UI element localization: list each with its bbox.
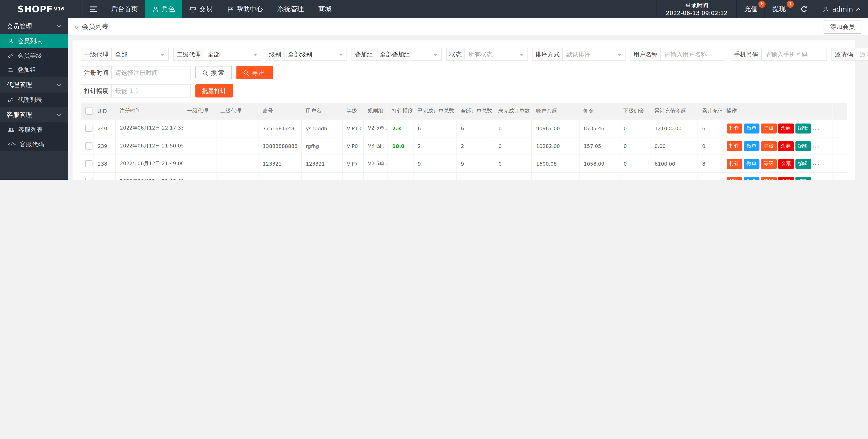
sidebar-group-member-management[interactable]: 会员管理 [0, 19, 68, 34]
nav-item-role[interactable]: 角色 [145, 0, 182, 19]
filter-invite-code: 邀请码 [832, 48, 868, 61]
caret-down-icon [339, 54, 343, 58]
more-actions-button[interactable]: ... [812, 143, 819, 148]
sidebar-item-service-code[interactable]: </> 客服代码 [0, 137, 68, 151]
withdraw-link[interactable]: 提现 1 [765, 0, 793, 19]
recharge-link[interactable]: 充值 6 [737, 0, 765, 19]
sidebar-item-member-list[interactable]: 会员列表 [0, 34, 68, 48]
register-time-input[interactable] [112, 66, 190, 79]
select-all-checkbox[interactable] [85, 108, 92, 115]
cell-recharge-count: 0 [698, 173, 722, 180]
cell-checkbox [81, 120, 93, 137]
cell-balance: 1600.08 [531, 155, 579, 173]
stack-group-select[interactable]: 全部叠加组 [376, 48, 441, 60]
sort-select[interactable]: 默认排序 [563, 48, 625, 60]
inject-range-input[interactable] [112, 85, 190, 97]
member-table: UID注册时间一级代理二级代理账号用户名等级规则组打针幅度已完成订单总数全部订单… [81, 103, 847, 180]
balance-button[interactable]: 余额 [778, 159, 794, 169]
sidebar-item-service-list[interactable]: 客服列表 [0, 122, 68, 137]
nav-item-dashboard[interactable]: 后台首页 [104, 0, 145, 19]
cell-sub-commission: 0 [619, 173, 650, 180]
balance-button[interactable]: 余额 [778, 123, 794, 133]
username-input[interactable] [661, 48, 726, 60]
invite-code-input[interactable] [857, 48, 868, 60]
person-icon [152, 6, 159, 12]
level-button[interactable]: 等级 [761, 159, 776, 169]
status-select[interactable]: 所有状态 [465, 48, 527, 60]
inject-button[interactable]: 打针 [726, 159, 742, 169]
column-header-12: 未完成订单数 [494, 103, 531, 120]
more-actions-button[interactable]: ... [812, 125, 819, 131]
nav-item-help[interactable]: 帮助中心 [220, 0, 270, 19]
cell-recharge-amount: 121000.00 [650, 120, 698, 137]
screen: SHOPF V16 后台首页 角色 交易 [0, 0, 868, 180]
inject-button[interactable]: 打针 [726, 141, 742, 151]
level-button[interactable]: 等级 [761, 176, 776, 180]
cell-recharge-count: 0 [698, 137, 722, 155]
cell-rule-group: V2-5单... [363, 120, 388, 137]
local-time-label: 当地时间 [685, 2, 708, 9]
level-select[interactable]: 全部级别 [284, 48, 346, 60]
make-order-button[interactable]: 做单 [744, 123, 759, 133]
sidebar-group-agent-management[interactable]: 代理管理 [0, 77, 68, 92]
nav-item-mall[interactable]: 商城 [311, 0, 339, 19]
cell-recharge-amount: 6100.00 [650, 155, 698, 173]
more-actions-button[interactable]: ... [812, 160, 819, 166]
column-header-16: 累计充值金额 [650, 103, 698, 120]
nav-item-trade[interactable]: 交易 [182, 0, 220, 19]
edit-button[interactable]: 编辑 [795, 123, 811, 133]
agent2-select[interactable]: 全部 [204, 48, 261, 60]
level-button[interactable]: 等级 [761, 123, 776, 133]
edit-button[interactable]: 编辑 [795, 159, 811, 169]
inject-button[interactable]: 打针 [726, 176, 742, 180]
menu-toggle-button[interactable] [83, 0, 104, 19]
make-order-button[interactable]: 做单 [744, 141, 759, 151]
balance-button[interactable]: 余额 [778, 176, 794, 180]
balance-button[interactable]: 余额 [778, 141, 794, 151]
sidebar-item-stack-group[interactable]: 叠加组 [0, 63, 68, 77]
row-checkbox[interactable] [85, 124, 92, 132]
row-checkbox[interactable] [85, 143, 92, 150]
row-checkbox[interactable] [85, 160, 92, 168]
cell-uid: 237 [93, 173, 115, 180]
cell-checkbox [81, 137, 93, 155]
refresh-button[interactable] [793, 0, 815, 19]
nav-item-system[interactable]: 系统管理 [270, 0, 311, 19]
flag-icon [227, 6, 234, 12]
cell-actions: 打针做单等级余额编辑... [722, 173, 832, 180]
cell-agent2 [216, 155, 258, 173]
add-member-button[interactable]: 添加会员 [824, 20, 861, 34]
cell-username: yshdgdh [301, 120, 342, 137]
export-button[interactable]: 导出 [237, 66, 273, 80]
cell-username: rgfhg [301, 137, 342, 155]
agent1-select[interactable]: 全部 [112, 48, 168, 60]
person-icon [8, 38, 14, 44]
filter-row-3: 打针幅度 批量打针 [81, 84, 847, 97]
sidebar-item-member-level[interactable]: 会员等级 [0, 48, 68, 62]
edit-button[interactable]: 编辑 [795, 176, 811, 180]
phone-input[interactable] [762, 48, 827, 60]
make-order-button[interactable]: 做单 [744, 159, 759, 169]
cell-account: 13888888888 [258, 137, 301, 155]
sidebar-item-agent-list[interactable]: 代理列表 [0, 93, 68, 107]
more-actions-button[interactable]: ... [812, 178, 819, 180]
row-checkbox[interactable] [85, 178, 92, 180]
edit-button[interactable]: 编辑 [795, 141, 811, 151]
level-button[interactable]: 等级 [761, 141, 776, 151]
filter-agent1: 一级代理 全部 [81, 48, 169, 61]
batch-inject-button[interactable]: 批量打针 [195, 84, 233, 97]
make-order-button[interactable]: 做单 [744, 176, 759, 180]
cell-balance: 10282.00 [531, 137, 579, 155]
cell-username: 123321 [301, 155, 342, 173]
link-icon [8, 52, 14, 59]
user-menu[interactable]: admin [815, 0, 868, 19]
column-header-2: 注册时间 [115, 103, 183, 120]
column-header-8: 规则组 [363, 103, 388, 120]
cell-level: VIP0 [342, 137, 363, 155]
column-header-5: 账号 [258, 103, 301, 120]
sidebar-group-service-management[interactable]: 客服管理 [0, 107, 68, 122]
search-button[interactable]: 搜索 [195, 66, 232, 80]
inject-button[interactable]: 打针 [726, 123, 742, 133]
column-header-1: UID [93, 103, 115, 120]
caret-down-icon [253, 54, 257, 58]
